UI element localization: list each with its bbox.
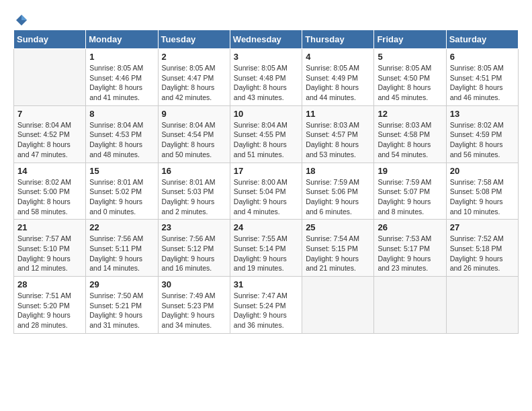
sunset: Sunset: 5:14 PM <box>234 244 286 253</box>
day-cell: 22Sunrise: 7:56 AMSunset: 5:11 PMDayligh… <box>86 220 158 277</box>
sunset: Sunset: 4:52 PM <box>17 130 70 138</box>
day-info: Sunrise: 7:54 AMSunset: 5:15 PMDaylight:… <box>306 234 370 273</box>
sunset: Sunset: 4:50 PM <box>378 74 430 82</box>
sunrise: Sunrise: 7:59 AM <box>378 178 431 186</box>
daylight: Daylight: 9 hours and 2 minutes. <box>162 197 215 216</box>
day-number: 3 <box>234 52 298 62</box>
day-info: Sunrise: 8:05 AMSunset: 4:48 PMDaylight:… <box>234 63 298 103</box>
day-cell: 21Sunrise: 7:57 AMSunset: 5:10 PMDayligh… <box>14 220 86 277</box>
day-cell: 31Sunrise: 7:47 AMSunset: 5:24 PMDayligh… <box>230 277 302 334</box>
day-cell: 6Sunrise: 8:05 AMSunset: 4:51 PMDaylight… <box>446 49 518 106</box>
day-number: 14 <box>17 166 82 176</box>
sunrise: Sunrise: 8:05 AM <box>234 64 287 72</box>
daylight: Daylight: 9 hours and 0 minutes. <box>89 197 142 216</box>
sunrise: Sunrise: 8:05 AM <box>162 64 216 72</box>
sunset: Sunset: 5:03 PM <box>162 187 214 195</box>
week-row-5: 28Sunrise: 7:51 AMSunset: 5:20 PMDayligh… <box>14 277 519 334</box>
logo <box>13 13 30 23</box>
day-number: 11 <box>306 109 370 119</box>
sunset: Sunset: 5:08 PM <box>450 187 502 195</box>
day-number: 10 <box>234 109 298 119</box>
day-cell: 18Sunrise: 7:59 AMSunset: 5:06 PMDayligh… <box>302 163 374 220</box>
day-info: Sunrise: 8:04 AMSunset: 4:53 PMDaylight:… <box>89 120 154 160</box>
day-number: 4 <box>306 52 370 62</box>
day-cell: 27Sunrise: 7:52 AMSunset: 5:18 PMDayligh… <box>446 220 518 277</box>
day-cell: 12Sunrise: 8:03 AMSunset: 4:58 PMDayligh… <box>374 105 446 163</box>
sunset: Sunset: 5:23 PM <box>162 302 214 310</box>
day-number: 8 <box>89 109 154 119</box>
day-cell: 16Sunrise: 8:01 AMSunset: 5:03 PMDayligh… <box>158 163 230 220</box>
sunrise: Sunrise: 7:51 AM <box>17 291 71 300</box>
day-header-monday: Monday <box>86 30 158 49</box>
sunset: Sunset: 5:12 PM <box>162 244 214 253</box>
sunrise: Sunrise: 8:05 AM <box>450 64 504 72</box>
daylight: Daylight: 8 hours and 43 minutes. <box>234 83 287 101</box>
header-row: SundayMondayTuesdayWednesdayThursdayFrid… <box>14 30 519 49</box>
week-row-1: 1Sunrise: 8:05 AMSunset: 4:46 PMDaylight… <box>14 49 519 106</box>
day-info: Sunrise: 8:04 AMSunset: 4:55 PMDaylight:… <box>234 120 298 160</box>
day-header-saturday: Saturday <box>446 30 518 49</box>
day-cell: 2Sunrise: 8:05 AMSunset: 4:47 PMDaylight… <box>158 49 230 106</box>
day-number: 15 <box>89 166 154 176</box>
daylight: Daylight: 9 hours and 34 minutes. <box>162 311 215 329</box>
sunset: Sunset: 4:49 PM <box>306 74 358 82</box>
sunrise: Sunrise: 7:55 AM <box>234 234 287 242</box>
day-cell: 9Sunrise: 8:04 AMSunset: 4:54 PMDaylight… <box>158 105 230 163</box>
day-header-wednesday: Wednesday <box>230 30 302 49</box>
day-number: 28 <box>17 279 82 289</box>
daylight: Daylight: 9 hours and 36 minutes. <box>234 311 287 329</box>
day-header-thursday: Thursday <box>302 30 374 49</box>
sunset: Sunset: 4:48 PM <box>234 74 286 82</box>
day-number: 6 <box>450 52 515 62</box>
day-number: 19 <box>378 166 442 176</box>
sunrise: Sunrise: 8:04 AM <box>162 121 216 129</box>
sunset: Sunset: 4:46 PM <box>89 74 142 82</box>
sunset: Sunset: 5:04 PM <box>234 187 286 195</box>
daylight: Daylight: 9 hours and 28 minutes. <box>17 311 71 329</box>
day-info: Sunrise: 8:05 AMSunset: 4:49 PMDaylight:… <box>306 63 370 103</box>
calendar: SundayMondayTuesdayWednesdayThursdayFrid… <box>13 30 519 334</box>
sunrise: Sunrise: 7:52 AM <box>450 234 504 242</box>
sunrise: Sunrise: 8:03 AM <box>378 121 431 129</box>
daylight: Daylight: 8 hours and 45 minutes. <box>378 83 431 101</box>
sunset: Sunset: 4:51 PM <box>450 74 502 82</box>
daylight: Daylight: 8 hours and 46 minutes. <box>450 83 503 101</box>
day-number: 16 <box>162 166 226 176</box>
sunset: Sunset: 4:55 PM <box>234 130 286 138</box>
day-cell: 15Sunrise: 8:01 AMSunset: 5:02 PMDayligh… <box>86 163 158 220</box>
daylight: Daylight: 8 hours and 54 minutes. <box>378 140 431 158</box>
daylight: Daylight: 8 hours and 50 minutes. <box>162 140 215 158</box>
week-row-4: 21Sunrise: 7:57 AMSunset: 5:10 PMDayligh… <box>14 220 519 277</box>
day-info: Sunrise: 7:56 AMSunset: 5:11 PMDaylight:… <box>89 234 154 273</box>
day-info: Sunrise: 7:56 AMSunset: 5:12 PMDaylight:… <box>162 234 226 273</box>
sunset: Sunset: 5:20 PM <box>17 302 70 310</box>
sunset: Sunset: 5:06 PM <box>306 187 358 195</box>
day-number: 9 <box>162 109 226 119</box>
day-info: Sunrise: 8:05 AMSunset: 4:50 PMDaylight:… <box>378 63 442 103</box>
calendar-body: 1Sunrise: 8:05 AMSunset: 4:46 PMDaylight… <box>14 49 519 334</box>
sunset: Sunset: 5:07 PM <box>378 187 430 195</box>
day-number: 27 <box>450 222 515 232</box>
day-cell: 14Sunrise: 8:02 AMSunset: 5:00 PMDayligh… <box>14 163 86 220</box>
sunset: Sunset: 5:17 PM <box>378 244 430 253</box>
day-cell: 20Sunrise: 7:58 AMSunset: 5:08 PMDayligh… <box>446 163 518 220</box>
day-info: Sunrise: 8:04 AMSunset: 4:54 PMDaylight:… <box>162 120 226 160</box>
daylight: Daylight: 8 hours and 53 minutes. <box>306 140 359 158</box>
day-info: Sunrise: 8:05 AMSunset: 4:46 PMDaylight:… <box>89 63 154 103</box>
day-info: Sunrise: 7:52 AMSunset: 5:18 PMDaylight:… <box>450 234 515 273</box>
day-cell: 17Sunrise: 8:00 AMSunset: 5:04 PMDayligh… <box>230 163 302 220</box>
sunrise: Sunrise: 8:01 AM <box>89 178 143 186</box>
daylight: Daylight: 9 hours and 10 minutes. <box>450 197 503 216</box>
day-number: 21 <box>17 222 82 232</box>
day-info: Sunrise: 7:59 AMSunset: 5:06 PMDaylight:… <box>306 177 370 217</box>
day-cell: 7Sunrise: 8:04 AMSunset: 4:52 PMDaylight… <box>14 105 86 163</box>
day-cell: 29Sunrise: 7:50 AMSunset: 5:21 PMDayligh… <box>86 277 158 334</box>
day-info: Sunrise: 8:03 AMSunset: 4:57 PMDaylight:… <box>306 120 370 160</box>
daylight: Daylight: 8 hours and 51 minutes. <box>234 140 287 158</box>
day-info: Sunrise: 7:55 AMSunset: 5:14 PMDaylight:… <box>234 234 298 273</box>
day-info: Sunrise: 7:47 AMSunset: 5:24 PMDaylight:… <box>234 291 298 330</box>
daylight: Daylight: 8 hours and 48 minutes. <box>89 140 142 158</box>
sunset: Sunset: 4:54 PM <box>162 130 214 138</box>
sunset: Sunset: 5:11 PM <box>89 244 142 253</box>
day-number: 17 <box>234 166 298 176</box>
